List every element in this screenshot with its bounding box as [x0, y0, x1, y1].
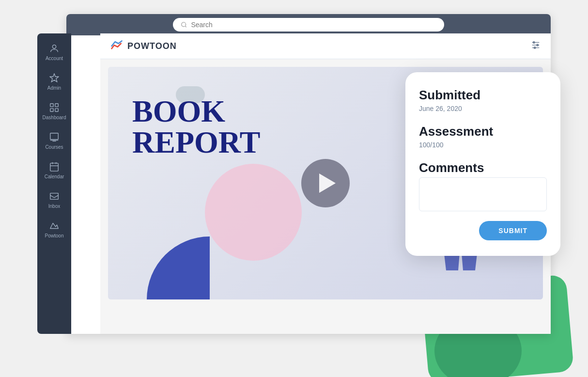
submit-button[interactable]: SUBMIT [479, 221, 547, 240]
account-icon [49, 43, 60, 54]
comments-textarea[interactable] [419, 177, 547, 211]
svg-point-0 [182, 22, 186, 27]
svg-rect-29 [50, 163, 59, 172]
blue-corner-shape [147, 236, 210, 299]
svg-line-1 [185, 26, 186, 27]
powtoon-sidebar-icon [49, 220, 60, 231]
inbox-icon [49, 191, 60, 202]
account-label: Account [46, 56, 63, 61]
powtoon-header: POWTOON [100, 33, 551, 59]
inbox-label: Inbox [48, 204, 60, 209]
sidebar-item-admin[interactable]: Admin [40, 68, 69, 95]
submitted-label: Submitted [419, 88, 547, 103]
svg-rect-23 [55, 104, 58, 107]
admin-icon [49, 73, 60, 83]
pink-circle-decoration [205, 164, 302, 261]
assessment-value: 100/100 [419, 141, 547, 149]
calendar-label: Calendar [45, 174, 64, 179]
sidebar-item-courses[interactable]: Courses [40, 127, 69, 155]
powtoon-label: Powtoon [45, 233, 64, 238]
svg-point-6 [537, 44, 539, 46]
svg-point-21 [52, 45, 56, 48]
book-report-title: BOOK REPORT [132, 96, 260, 158]
play-button[interactable] [301, 159, 350, 207]
search-bar [173, 18, 444, 31]
courses-label: Courses [45, 144, 63, 150]
sidebar-item-calendar[interactable]: Calendar [40, 157, 69, 184]
main-wrapper: POWTOON [37, 14, 551, 363]
submission-card: Submitted June 26, 2020 Assessment 100/1… [405, 72, 560, 256]
powtoon-logo-text: POWTOON [127, 41, 177, 51]
powtoon-logo-icon [110, 39, 124, 53]
search-input[interactable] [191, 21, 436, 29]
svg-rect-25 [55, 109, 58, 111]
svg-rect-26 [50, 133, 59, 140]
svg-point-7 [534, 47, 536, 49]
sidebar-item-dashboard[interactable]: Dashboard [40, 97, 69, 125]
settings-icon[interactable] [530, 40, 541, 52]
search-icon [181, 21, 187, 28]
admin-label: Admin [47, 85, 61, 91]
svg-point-5 [533, 42, 535, 44]
sidebar-item-account[interactable]: Account [40, 38, 69, 66]
dashboard-icon [49, 102, 60, 113]
sidebar: Account Admin Dashboard Courses [37, 33, 71, 334]
sidebar-item-powtoon[interactable]: Powtoon [40, 216, 69, 243]
play-triangle-icon [319, 173, 336, 193]
comments-label: Comments [419, 160, 547, 175]
dashboard-label: Dashboard [43, 115, 66, 120]
svg-rect-24 [50, 109, 53, 111]
browser-topbar [66, 14, 551, 35]
sidebar-item-inbox[interactable]: Inbox [40, 186, 69, 214]
svg-rect-22 [50, 104, 53, 107]
powtoon-logo: POWTOON [110, 39, 177, 53]
calendar-icon [49, 161, 60, 172]
assessment-label: Assessment [419, 124, 547, 139]
submitted-date: June 26, 2020 [419, 105, 547, 112]
courses-icon [49, 132, 60, 142]
